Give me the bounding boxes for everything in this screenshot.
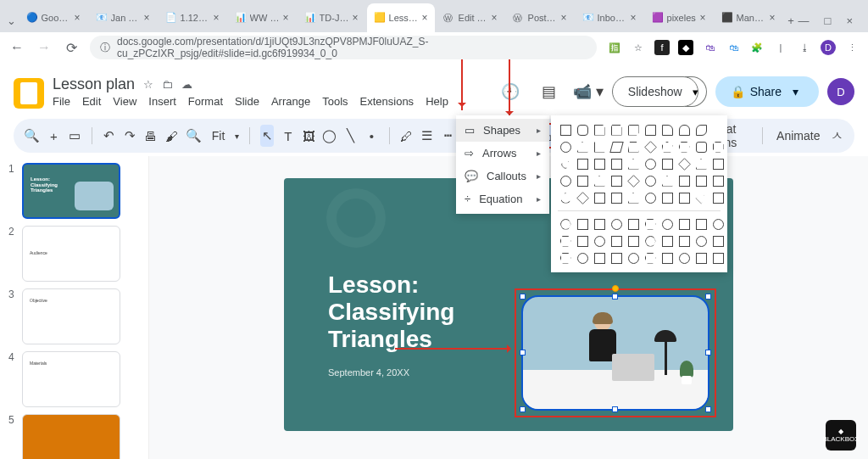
close-icon[interactable]: × bbox=[353, 12, 359, 24]
slide-title[interactable]: Lesson:ClassifyingTriangles September 4,… bbox=[328, 271, 454, 378]
shape-option[interactable] bbox=[626, 156, 641, 171]
site-info-icon[interactable]: ⓘ bbox=[100, 41, 110, 55]
shape-option[interactable] bbox=[575, 216, 590, 232]
menu-view[interactable]: View bbox=[113, 95, 136, 108]
shape-option[interactable] bbox=[659, 216, 675, 232]
new-slide-icon[interactable]: + bbox=[47, 125, 61, 147]
shape-option[interactable] bbox=[659, 173, 675, 188]
shape-option[interactable] bbox=[643, 190, 658, 205]
shape-option[interactable] bbox=[575, 190, 590, 205]
close-icon[interactable]: × bbox=[422, 12, 428, 24]
shape-right-triangle[interactable] bbox=[592, 139, 607, 154]
shape-rectangle[interactable] bbox=[558, 122, 573, 137]
browser-tab[interactable]: ⓌPosts ‹ S× bbox=[506, 3, 574, 32]
collapse-toolbar-icon[interactable]: ㅅ bbox=[830, 125, 844, 147]
extensions-menu-icon[interactable]: 🧩 bbox=[749, 40, 765, 55]
shape-diamond[interactable] bbox=[643, 139, 658, 154]
shape-option[interactable] bbox=[558, 216, 573, 232]
line-end-icon[interactable]: • bbox=[364, 125, 379, 147]
shape-option[interactable] bbox=[626, 173, 641, 188]
close-icon[interactable]: × bbox=[75, 12, 81, 24]
selection-handle[interactable] bbox=[612, 406, 618, 412]
rotation-handle[interactable] bbox=[612, 285, 619, 292]
document-title[interactable]: Lesson plan bbox=[53, 76, 135, 93]
slide-thumbnail[interactable]: Materials bbox=[22, 351, 120, 407]
browser-tab[interactable]: 📊TD-JAN× bbox=[298, 3, 365, 32]
shape-option[interactable] bbox=[693, 156, 709, 171]
window-minimize-icon[interactable]: — bbox=[798, 14, 810, 27]
explore-badge[interactable]: ◆BLACKBOX bbox=[826, 420, 856, 451]
shape-option[interactable] bbox=[676, 250, 692, 266]
shape-option[interactable] bbox=[643, 233, 658, 249]
profile-icon[interactable]: D bbox=[821, 40, 836, 55]
extension-icon[interactable]: ◆ bbox=[678, 40, 693, 55]
shape-option[interactable] bbox=[558, 250, 573, 266]
shape-option[interactable] bbox=[558, 190, 573, 205]
browser-tab[interactable]: 🟪pixeles× bbox=[645, 3, 713, 32]
shape-round-diag[interactable] bbox=[693, 122, 709, 137]
slide-thumbnail[interactable]: Objective bbox=[22, 288, 120, 344]
shape-option[interactable] bbox=[575, 233, 590, 249]
redo-icon[interactable]: ↷ bbox=[123, 125, 137, 147]
shape-option[interactable] bbox=[676, 190, 692, 205]
mask-menu-equation[interactable]: ÷Equation▸ bbox=[456, 188, 549, 210]
close-icon[interactable]: × bbox=[561, 12, 567, 24]
shape-option[interactable] bbox=[609, 233, 624, 249]
shape-parallelogram[interactable] bbox=[609, 139, 624, 154]
translate-icon[interactable]: 🈯 bbox=[607, 40, 622, 55]
menu-arrange[interactable]: Arrange bbox=[271, 95, 310, 108]
shape-option[interactable] bbox=[575, 250, 590, 266]
browser-tab[interactable]: ⓌEdit Pos× bbox=[437, 3, 504, 32]
line-weight-icon[interactable]: ☰ bbox=[420, 125, 435, 147]
omnibox[interactable]: ⓘ docs.google.com/presentation/d/1jiUQt9… bbox=[90, 36, 597, 59]
selection-handle[interactable] bbox=[612, 294, 618, 299]
extension-icon[interactable]: 🛍 bbox=[726, 40, 741, 55]
menu-help[interactable]: Help bbox=[426, 95, 448, 108]
text-box-icon[interactable]: T bbox=[281, 125, 295, 147]
shape-triangle[interactable] bbox=[575, 139, 590, 154]
shape-option[interactable] bbox=[592, 156, 607, 171]
shape-snip-round[interactable] bbox=[643, 122, 658, 137]
shape-option[interactable] bbox=[558, 233, 573, 249]
meet-icon[interactable]: 📹 ▾ bbox=[573, 76, 604, 107]
print-icon[interactable]: 🖶 bbox=[144, 125, 159, 147]
browser-tab[interactable]: 🔵Google× bbox=[19, 3, 87, 32]
selection-handle[interactable] bbox=[705, 406, 711, 412]
window-maximize-icon[interactable]: □ bbox=[825, 14, 832, 27]
shape-option[interactable] bbox=[710, 233, 726, 249]
shape-option[interactable] bbox=[676, 173, 692, 188]
shape-option[interactable] bbox=[710, 250, 726, 266]
shape-option[interactable] bbox=[659, 233, 675, 249]
selection-handle[interactable] bbox=[705, 294, 711, 299]
slide-thumbnail[interactable]: Audience bbox=[22, 226, 120, 282]
shape-option[interactable] bbox=[626, 250, 641, 266]
star-icon[interactable]: ☆ bbox=[143, 78, 153, 91]
slide-thumbnail[interactable]: Procedure bbox=[22, 414, 120, 459]
shape-option[interactable] bbox=[626, 190, 641, 205]
paint-format-icon[interactable]: 🖌 bbox=[164, 125, 179, 147]
shape-option[interactable] bbox=[710, 173, 726, 188]
chevron-down-icon[interactable]: ⌄ bbox=[7, 14, 19, 32]
shape-option[interactable] bbox=[575, 156, 590, 171]
browser-tab[interactable]: 📧Inbox (9× bbox=[576, 3, 643, 32]
menu-insert[interactable]: Insert bbox=[148, 95, 176, 108]
shape-option[interactable] bbox=[609, 250, 624, 266]
close-icon[interactable]: × bbox=[700, 12, 706, 24]
close-icon[interactable]: × bbox=[631, 12, 637, 24]
shape-option[interactable] bbox=[592, 233, 607, 249]
menu-extensions[interactable]: Extensions bbox=[360, 95, 415, 108]
shape-option[interactable] bbox=[693, 173, 709, 188]
bookmark-icon[interactable]: ☆ bbox=[631, 40, 646, 55]
shape-trapezoid[interactable] bbox=[626, 139, 641, 154]
shape-round-single[interactable] bbox=[659, 122, 675, 137]
slideshow-dropdown[interactable]: ▾ bbox=[685, 76, 707, 107]
close-icon[interactable]: × bbox=[144, 12, 150, 24]
masked-image[interactable] bbox=[521, 295, 709, 411]
shape-option[interactable] bbox=[609, 173, 624, 188]
search-menus-icon[interactable]: 🔍 bbox=[24, 125, 40, 147]
zoom-select[interactable]: Fit bbox=[209, 129, 229, 143]
shape-heptagon[interactable] bbox=[693, 139, 709, 154]
shape-option[interactable] bbox=[693, 250, 709, 266]
filmstrip[interactable]: 1 Lesson:ClassifyingTriangles 2 Audience… bbox=[0, 156, 132, 459]
forward-button[interactable]: → bbox=[36, 40, 53, 55]
